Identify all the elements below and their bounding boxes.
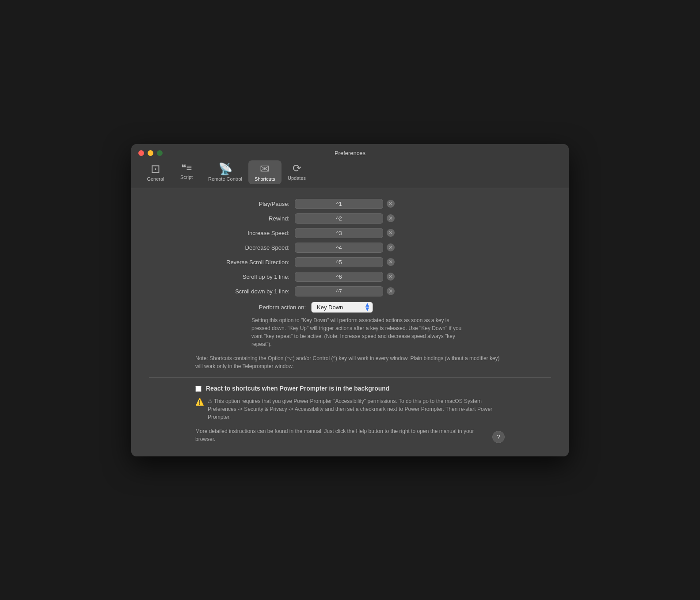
- rewind-clear-button[interactable]: ✕: [387, 214, 395, 222]
- shortcuts-note: Note: Shortcuts containing the Option (⌥…: [195, 354, 505, 370]
- background-row: React to shortcuts when Power Prompter i…: [195, 385, 505, 392]
- increase-speed-input[interactable]: [295, 228, 383, 238]
- script-icon: ❝≡: [181, 163, 192, 173]
- content-area: Play/Pause: ✕ Rewind: ✕ Increase Speed: …: [131, 188, 569, 456]
- toolbar: ⊡ General ❝≡ Script 📡 Remote Control ✉ S…: [131, 160, 569, 188]
- warning-text: ⚠ This option requires that you give Pow…: [208, 397, 505, 421]
- reverse-scroll-control: ✕: [295, 257, 474, 267]
- play-pause-clear-button[interactable]: ✕: [387, 200, 395, 208]
- footer-note: More detailed instructions can be found …: [195, 427, 492, 443]
- toolbar-label-updates: Updates: [288, 175, 306, 181]
- perform-action-row: Perform action on: Key Down Key Up ▲ ▼: [226, 302, 474, 313]
- shortcuts-icon: ✉: [260, 163, 270, 175]
- play-pause-label: Play/Pause:: [226, 201, 289, 207]
- traffic-lights: [138, 150, 163, 156]
- close-button[interactable]: [138, 150, 144, 156]
- maximize-button[interactable]: [157, 150, 163, 156]
- scroll-down-input[interactable]: [295, 286, 383, 296]
- updates-icon: ⟳: [293, 163, 301, 174]
- perform-action-label: Perform action on:: [226, 304, 306, 311]
- warning-icon: ⚠️: [195, 398, 204, 406]
- reverse-scroll-label: Reverse Scroll Direction:: [226, 259, 289, 266]
- decrease-speed-control: ✕: [295, 243, 474, 253]
- minimize-button[interactable]: [148, 150, 153, 156]
- warning-section: ⚠️ ⚠ This option requires that you give …: [195, 397, 505, 421]
- section-divider: [149, 377, 551, 378]
- toolbar-label-shortcuts: Shortcuts: [255, 176, 275, 182]
- toolbar-label-script: Script: [180, 175, 193, 180]
- preferences-window: Preferences ⊡ General ❝≡ Script 📡 Remote…: [131, 144, 569, 456]
- scroll-up-label: Scroll up by 1 line:: [226, 273, 289, 280]
- scroll-up-control: ✕: [295, 272, 474, 282]
- toolbar-label-remote-control: Remote Control: [208, 176, 242, 182]
- increase-speed-label: Increase Speed:: [226, 230, 289, 236]
- rewind-label: Rewind:: [226, 215, 289, 222]
- shortcuts-grid: Play/Pause: ✕ Rewind: ✕ Increase Speed: …: [226, 199, 474, 296]
- footer-row: More detailed instructions can be found …: [195, 421, 505, 443]
- reverse-scroll-input[interactable]: [295, 257, 383, 267]
- background-shortcuts-checkbox[interactable]: [195, 386, 202, 392]
- rewind-input[interactable]: [295, 213, 383, 224]
- scroll-up-clear-button[interactable]: ✕: [387, 273, 395, 281]
- perform-action-description: Setting this option to "Key Down" will p…: [251, 316, 464, 348]
- remote-control-icon: 📡: [218, 163, 232, 175]
- toolbar-item-general[interactable]: ⊡ General: [140, 160, 171, 184]
- toolbar-item-remote-control[interactable]: 📡 Remote Control: [202, 160, 248, 184]
- play-pause-input[interactable]: [295, 199, 383, 209]
- toolbar-item-updates[interactable]: ⟳ Updates: [282, 160, 312, 184]
- scroll-down-clear-button[interactable]: ✕: [387, 287, 395, 295]
- toolbar-item-script[interactable]: ❝≡ Script: [171, 160, 202, 184]
- rewind-control: ✕: [295, 213, 474, 224]
- scroll-down-label: Scroll down by 1 line:: [226, 288, 289, 295]
- decrease-speed-clear-button[interactable]: ✕: [387, 243, 395, 251]
- toolbar-item-shortcuts[interactable]: ✉ Shortcuts: [248, 160, 281, 184]
- reverse-scroll-clear-button[interactable]: ✕: [387, 258, 395, 266]
- background-shortcuts-label: React to shortcuts when Power Prompter i…: [206, 385, 389, 392]
- toolbar-label-general: General: [147, 176, 164, 182]
- window-title: Preferences: [335, 150, 365, 156]
- perform-action-select[interactable]: Key Down Key Up: [311, 302, 373, 313]
- decrease-speed-input[interactable]: [295, 243, 383, 253]
- increase-speed-control: ✕: [295, 228, 474, 238]
- general-icon: ⊡: [151, 163, 160, 175]
- scroll-down-control: ✕: [295, 286, 474, 296]
- titlebar: Preferences: [131, 144, 569, 160]
- decrease-speed-label: Decrease Speed:: [226, 244, 289, 251]
- increase-speed-clear-button[interactable]: ✕: [387, 229, 395, 237]
- play-pause-control: ✕: [295, 199, 474, 209]
- scroll-up-input[interactable]: [295, 272, 383, 282]
- perform-action-select-wrapper: Key Down Key Up ▲ ▼: [311, 302, 373, 313]
- help-button[interactable]: ?: [492, 431, 505, 443]
